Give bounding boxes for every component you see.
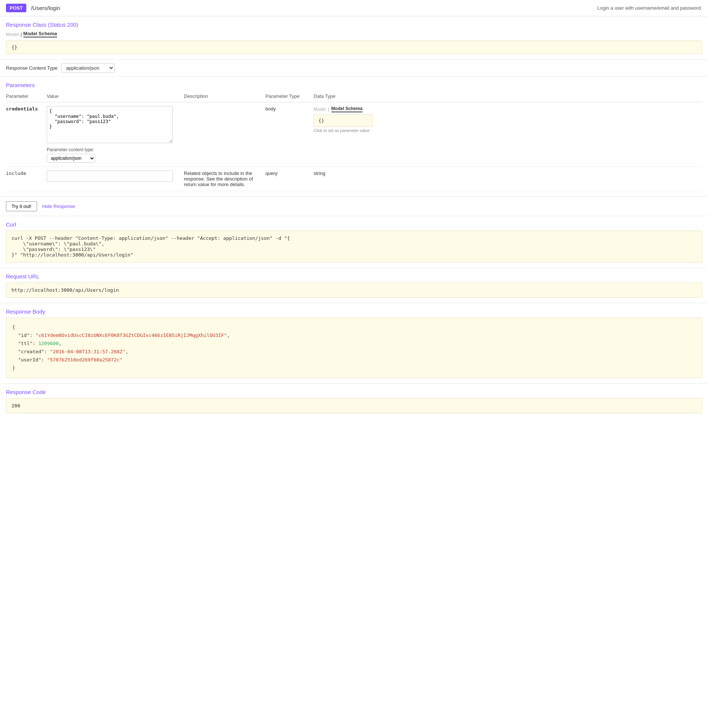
response-body-open-brace: {	[12, 324, 15, 330]
table-row: credentials { "username": "paul.buda", "…	[6, 102, 702, 167]
param-description-include: Related objects to include in the respon…	[184, 167, 266, 191]
param-type-include: query	[266, 167, 313, 191]
param-content-type-select[interactable]: application/json text/xml	[47, 154, 95, 163]
col-header-paramtype: Parameter Type	[266, 92, 313, 102]
col-header-value: Value	[47, 92, 184, 102]
response-code-title: Response Code	[6, 389, 702, 395]
request-url-box: http://localhost:3000/api/Users/login	[6, 283, 702, 298]
response-created-key: "created":	[12, 349, 50, 354]
click-to-set-text: Click to set as parameter value	[313, 128, 699, 133]
col-header-datatype: Data Type	[313, 92, 702, 102]
param-description-credentials	[184, 102, 266, 167]
credentials-model-label: Model	[313, 107, 326, 112]
param-name-include: include	[6, 167, 47, 191]
include-input[interactable]	[47, 171, 173, 182]
http-method-badge: POST	[6, 4, 26, 12]
header-left: POST /Users/login	[6, 4, 60, 12]
response-body-title: Response Body	[6, 308, 702, 315]
response-class-section: Response Class (Status 200) Model | Mode…	[0, 16, 708, 60]
parameters-table: Parameter Value Description Parameter Ty…	[6, 92, 702, 191]
parameters-title: Parameters	[6, 82, 702, 88]
response-id-key: "id":	[12, 332, 36, 338]
credentials-model-schema-label[interactable]: Model Schema	[331, 106, 363, 112]
hide-response-link[interactable]: Hide Response	[42, 203, 75, 209]
curl-section: Curl curl -X POST --header "Content-Type…	[0, 216, 708, 268]
endpoint-path: /Users/login	[31, 5, 60, 11]
response-userid-value: "5707b2510ed269f60a25872c"	[47, 357, 123, 363]
request-url-title: Request URL	[6, 273, 702, 280]
response-class-title: Response Class (Status 200)	[6, 22, 702, 28]
response-userid-key: "userId":	[12, 357, 47, 363]
response-class-json-box: {}	[6, 41, 702, 54]
param-name-credentials: credentials	[6, 102, 47, 167]
param-type-credentials: body	[266, 102, 313, 167]
response-content-type-label: Response Content Type	[6, 65, 58, 71]
param-datatype-include: string	[313, 167, 702, 191]
credentials-model-tabs: Model | Model Schema	[313, 106, 699, 112]
model-schema-tab[interactable]: Model Schema	[23, 31, 57, 38]
response-ttl-value: 1209600	[38, 341, 59, 346]
try-it-out-row: Try it out! Hide Response	[0, 197, 708, 216]
param-content-type-label: Parameter content type:	[47, 147, 181, 152]
parameters-section: Parameters Parameter Value Description P…	[0, 77, 708, 197]
param-datatype-credentials: Model | Model Schema {} Click to set as …	[313, 102, 702, 167]
response-content-type-select[interactable]: application/json text/xml	[61, 63, 115, 73]
response-code-section: Response Code 200	[0, 384, 708, 419]
response-body-close-brace: }	[12, 365, 15, 371]
response-ttl-key: "ttl":	[12, 341, 38, 346]
credentials-json-box[interactable]: {}	[313, 115, 373, 127]
api-header: POST /Users/login Login a user with user…	[0, 0, 708, 16]
try-it-out-button[interactable]: Try it out!	[6, 201, 37, 211]
response-created-value: "2016-04-08T13:31:57.268Z"	[50, 349, 126, 354]
curl-box: curl -X POST --header "Content-Type: app…	[6, 231, 702, 262]
response-body-box: { "id": "c61Ydem0OvidUscCI8zUNXcEF0K0T3G…	[6, 318, 702, 378]
param-value-include	[47, 167, 184, 191]
response-class-tabs: Model | Model Schema	[6, 31, 702, 38]
credentials-textarea[interactable]: { "username": "paul.buda", "password": "…	[47, 106, 173, 143]
response-content-type-row: Response Content Type application/json t…	[0, 60, 708, 77]
curl-title: Curl	[6, 221, 702, 228]
model-tab-label: Model	[6, 32, 19, 37]
response-body-section: Response Body { "id": "c61Ydem0OvidUscCI…	[0, 303, 708, 384]
param-value-credentials: { "username": "paul.buda", "password": "…	[47, 102, 184, 167]
col-header-description: Description	[184, 92, 266, 102]
request-url-section: Request URL http://localhost:3000/api/Us…	[0, 268, 708, 303]
response-id-value: "c61Ydem0OvidUscCI8zUNXcEF0K0T3GZtCDGIxc…	[36, 332, 227, 338]
table-row: include Related objects to include in th…	[6, 167, 702, 191]
col-header-parameter: Parameter	[6, 92, 47, 102]
response-code-box: 200	[6, 398, 702, 413]
endpoint-description: Login a user with username/email and pas…	[597, 5, 702, 11]
